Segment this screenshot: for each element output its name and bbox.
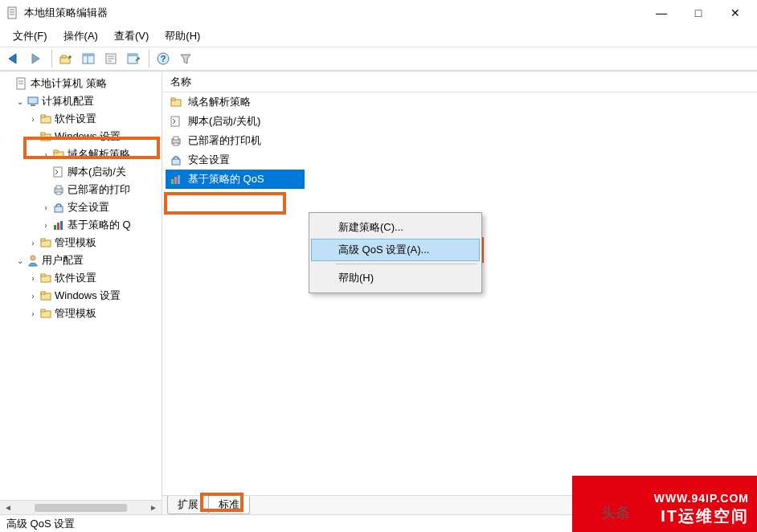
- tree-node-software-settings[interactable]: › 软件设置: [3, 110, 162, 128]
- svg-rect-40: [41, 274, 45, 276]
- user-icon: [26, 253, 40, 268]
- scroll-left-icon[interactable]: ◄: [2, 503, 14, 512]
- scroll-right-icon[interactable]: ►: [147, 503, 160, 512]
- close-button[interactable]: ✕: [717, 0, 754, 25]
- folder-icon: [39, 235, 53, 250]
- toolbar: ?: [0, 47, 757, 71]
- expander-closed-icon[interactable]: ›: [27, 274, 39, 283]
- tree-node-name-resolution[interactable]: › 域名解析策略: [3, 145, 162, 163]
- svg-rect-25: [41, 133, 45, 135]
- tree-node-windows-settings[interactable]: ⌄ Windows 设置: [3, 128, 162, 145]
- expander-none: [40, 186, 51, 194]
- menu-action[interactable]: 操作(A): [55, 27, 106, 46]
- list-item-security[interactable]: 安全设置: [162, 150, 757, 170]
- minimize-button[interactable]: —: [643, 0, 680, 25]
- list-item-printers[interactable]: 已部署的打印机: [162, 131, 757, 150]
- folder-icon: [39, 289, 53, 303]
- window-title: 本地组策略编辑器: [24, 6, 643, 20]
- tree-node-root[interactable]: 本地计算机 策略: [3, 75, 162, 92]
- tree-node-security[interactable]: › 安全设置: [3, 198, 162, 216]
- tree-label: 脚本(启动/关: [68, 165, 126, 179]
- tree-node-policy-qos[interactable]: › 基于策略的 Q: [3, 216, 162, 234]
- tree-node-scripts[interactable]: 脚本(启动/关: [3, 163, 162, 181]
- list-item-name-resolution[interactable]: 域名解析策略: [162, 92, 757, 112]
- context-menu-help[interactable]: 帮助(H): [311, 267, 480, 289]
- console-tree[interactable]: 本地计算机 策略 ⌄ 计算机配置 › 软件设置 ⌄ Windows 设置: [0, 72, 162, 325]
- tree-node-user-config[interactable]: ⌄ 用户配置: [3, 252, 162, 269]
- qos-bars-icon: [51, 218, 66, 232]
- svg-rect-53: [174, 177, 177, 184]
- tree-node-printers[interactable]: 已部署的打印: [3, 181, 162, 198]
- menu-help[interactable]: 帮助(H): [157, 27, 208, 46]
- tree-label: Windows 设置: [55, 129, 121, 144]
- svg-rect-42: [41, 292, 45, 294]
- tree-horizontal-scrollbar[interactable]: ◄ ►: [0, 500, 162, 514]
- expander-closed-icon[interactable]: ›: [40, 221, 51, 230]
- svg-rect-33: [54, 225, 56, 230]
- list-item-label: 已部署的打印机: [188, 133, 261, 148]
- tab-standard[interactable]: 标准: [208, 496, 250, 514]
- list-item-scripts[interactable]: 脚本(启动/关机): [162, 112, 757, 131]
- show-hide-console-tree-button[interactable]: [78, 48, 99, 69]
- expander-closed-icon[interactable]: ›: [27, 309, 39, 318]
- help-button[interactable]: ?: [153, 48, 174, 69]
- tree-node-software-settings-user[interactable]: › 软件设置: [3, 269, 162, 287]
- up-button[interactable]: [55, 48, 76, 69]
- svg-rect-54: [178, 175, 180, 184]
- export-list-button[interactable]: [123, 48, 144, 69]
- list-item-label: 域名解析策略: [188, 95, 251, 109]
- menu-file[interactable]: 文件(F): [5, 27, 55, 46]
- tree-label: 管理模板: [55, 235, 96, 250]
- expander-open-icon[interactable]: ⌄: [14, 256, 26, 265]
- expander-open-icon[interactable]: ⌄: [14, 97, 26, 106]
- tree-label: Windows 设置: [55, 289, 121, 303]
- forward-button[interactable]: [26, 48, 47, 69]
- context-menu: 新建策略(C)... 高级 QoS 设置(A)... 帮助(H): [309, 212, 482, 293]
- tree-label: 管理模板: [55, 306, 96, 321]
- expander-closed-icon[interactable]: ›: [27, 115, 39, 124]
- svg-rect-31: [56, 192, 61, 194]
- context-menu-label: 帮助(H): [338, 271, 374, 285]
- tree-node-windows-settings-user[interactable]: › Windows 设置: [3, 287, 162, 305]
- context-menu-advanced-qos[interactable]: 高级 QoS 设置(A)...: [311, 239, 480, 261]
- list-tabs: 扩展 标准: [162, 495, 757, 514]
- folder-icon: [39, 112, 53, 126]
- properties-button[interactable]: [100, 48, 121, 69]
- tree-label: 域名解析策略: [68, 147, 130, 162]
- tree-label: 已部署的打印: [68, 182, 130, 197]
- tree-node-computer-config[interactable]: ⌄ 计算机配置: [3, 92, 162, 110]
- printer-icon: [169, 133, 183, 148]
- menubar: 文件(F) 操作(A) 查看(V) 帮助(H): [0, 26, 757, 47]
- back-button[interactable]: [3, 48, 24, 69]
- tree-node-admin-templates[interactable]: › 管理模板: [3, 234, 162, 252]
- tab-extended[interactable]: 扩展: [167, 496, 209, 514]
- script-icon: [169, 114, 183, 129]
- expander-closed-icon[interactable]: ›: [40, 150, 51, 159]
- expander-closed-icon[interactable]: ›: [40, 203, 51, 212]
- svg-rect-44: [41, 309, 45, 312]
- svg-rect-5: [62, 55, 66, 58]
- context-menu-new-policy[interactable]: 新建策略(C)...: [311, 216, 480, 239]
- list-column-header-name[interactable]: 名称: [162, 72, 757, 92]
- svg-rect-20: [28, 97, 38, 104]
- titlebar: 本地组策略编辑器 — □ ✕: [0, 0, 757, 26]
- svg-rect-27: [54, 150, 58, 153]
- menu-view[interactable]: 查看(V): [106, 27, 157, 46]
- svg-rect-35: [60, 221, 63, 230]
- tree-node-admin-templates-user[interactable]: › 管理模板: [3, 305, 162, 322]
- svg-rect-21: [31, 104, 35, 106]
- expander-closed-icon[interactable]: ›: [27, 239, 39, 248]
- context-menu-separator: [335, 264, 477, 264]
- expander-open-icon[interactable]: ⌄: [27, 133, 39, 141]
- svg-rect-46: [171, 98, 175, 100]
- svg-rect-7: [83, 54, 94, 56]
- expander-closed-icon[interactable]: ›: [27, 292, 39, 301]
- scroll-thumb[interactable]: [14, 504, 147, 512]
- maximize-button[interactable]: □: [680, 0, 717, 25]
- list-item-policy-qos[interactable]: 基于策略的 QoS: [162, 170, 757, 189]
- list-item-label: 安全设置: [188, 153, 230, 167]
- filter-button[interactable]: [175, 48, 196, 69]
- svg-rect-30: [56, 186, 61, 189]
- svg-rect-37: [41, 239, 45, 241]
- context-menu-label: 高级 QoS 设置(A)...: [338, 243, 429, 257]
